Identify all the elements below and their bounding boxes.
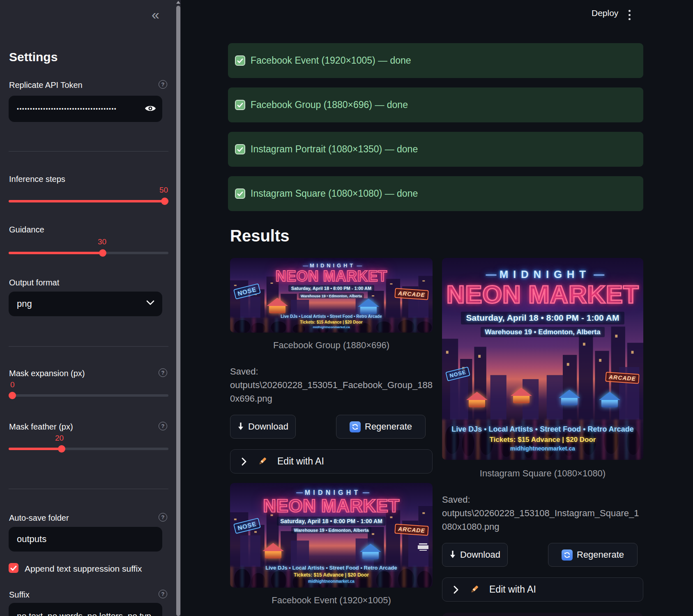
status-banner-text: Instagram Portrait (1080×1350) — done	[251, 144, 418, 155]
scroll-up-arrow-icon[interactable]	[176, 1, 180, 4]
output-format-value: png	[9, 299, 32, 309]
download-button[interactable]: Download	[442, 543, 508, 567]
card-actions: Download Regenerate	[442, 543, 643, 567]
results-column-right: NOSE ARCADE — MIDNIGHT — NEON MARKET Sat…	[442, 258, 643, 616]
regenerate-button[interactable]: Regenerate	[548, 543, 638, 567]
saved-path-value: outputs\20260228_153108_Instagram_Square…	[442, 508, 639, 532]
refresh-icon	[350, 421, 361, 432]
status-banner: Instagram Square (1080×1080) — done	[228, 176, 643, 211]
mask-feather-value: 20	[55, 434, 64, 443]
main-content: Deploy Facebook Event (1920×1005) — done…	[181, 0, 693, 616]
poster-text-top: — MIDNIGHT — NEON MARKET Saturday, April…	[230, 489, 433, 533]
saved-path-value: outputs\20260228_153051_Facebook_Group_1…	[230, 380, 433, 404]
market-tent-graphic	[559, 390, 580, 405]
image-caption: Facebook Event (1920×1005)	[230, 595, 433, 606]
refresh-icon	[562, 549, 573, 561]
results-heading: Results	[230, 227, 290, 245]
output-format-label: Output format	[9, 278, 59, 287]
download-arrow-icon	[237, 422, 244, 431]
api-token-label: Replicate API Token	[9, 80, 83, 90]
facebook-event-image[interactable]: NOSE ARCADE — MIDNIGHT — NEON MARKET Sat…	[230, 483, 433, 588]
append-suffix-checkbox[interactable]	[9, 563, 18, 573]
checkmark-icon	[235, 100, 245, 110]
download-arrow-icon	[449, 550, 456, 559]
poster-text-top: — MIDNIGHT — NEON MARKET Saturday, April…	[442, 268, 643, 338]
poster-text-top: — MIDNIGHT — NEON MARKET Saturday, April…	[230, 262, 433, 299]
market-tent-graphic	[511, 388, 532, 403]
poster-text-bottom: Live DJs • Local Artists • Street Food •…	[230, 565, 433, 584]
inference-steps-slider[interactable]	[9, 200, 168, 202]
sidebar-title: Settings	[9, 50, 58, 64]
guidance-value: 30	[98, 237, 106, 246]
mask-feather-help-icon[interactable]: ?	[159, 422, 167, 430]
status-banner: Instagram Portrait (1080×1350) — done	[228, 132, 643, 167]
sidebar-collapse-icon[interactable]: «	[152, 7, 159, 21]
kebab-menu-icon[interactable]	[629, 10, 631, 20]
suffix-field[interactable]: no text, no words, no letters, no typ	[9, 603, 162, 616]
mask-feather-slider-thumb[interactable]	[58, 445, 65, 453]
mask-expansion-slider-thumb[interactable]	[9, 392, 16, 399]
download-button[interactable]: Download	[230, 415, 296, 439]
image-caption: Instagram Square (1080×1080)	[442, 468, 643, 479]
status-banner-text: Facebook Event (1920×1005) — done	[251, 55, 411, 66]
results-column-left: NOSE ARCADE — MIDNIGHT — NEON MARKET Sat…	[230, 258, 433, 606]
market-tent-graphic	[466, 392, 488, 407]
api-token-field[interactable]: ••••••••••••••••••••••••••••••••••••••	[9, 96, 162, 122]
card-actions: Download Regenerate	[230, 415, 433, 439]
output-format-select[interactable]: png	[9, 292, 162, 316]
pencil-icon	[257, 456, 267, 467]
market-tent-graphic	[360, 544, 381, 559]
regenerate-button[interactable]: Regenerate	[336, 415, 426, 439]
status-banner: Facebook Event (1920×1005) — done	[228, 43, 643, 78]
guidance-slider[interactable]	[9, 252, 168, 254]
autosave-folder-field[interactable]: outputs	[9, 527, 162, 552]
inference-steps-value: 50	[159, 186, 168, 195]
market-tent-graphic	[267, 298, 288, 313]
deploy-button[interactable]: Deploy	[592, 8, 618, 18]
edit-with-ai-expander[interactable]: Edit with AI	[442, 577, 643, 602]
poster-text-bottom: Live DJs • Local Artists • Street Food •…	[442, 425, 643, 452]
suffix-label: Suffix	[9, 590, 30, 600]
settings-sidebar: « Settings Replicate API Token ? •••••••…	[0, 0, 181, 616]
sidebar-scrollbar[interactable]	[176, 0, 181, 616]
scrollbar-thumb[interactable]	[176, 6, 180, 616]
instagram-square-image[interactable]: NOSE ARCADE — MIDNIGHT — NEON MARKET Sat…	[442, 258, 643, 460]
mask-expansion-help-icon[interactable]: ?	[159, 368, 167, 377]
suffix-help-icon[interactable]: ?	[159, 590, 167, 598]
sidebar-divider	[9, 489, 168, 489]
facebook-group-image[interactable]: NOSE ARCADE — MIDNIGHT — NEON MARKET Sat…	[230, 258, 433, 333]
saved-path-text: Saved: outputs\20260228_153108_Instagram…	[442, 493, 643, 533]
guidance-slider-thumb[interactable]	[99, 249, 106, 257]
saved-path-text: Saved: outputs\20260228_153051_Facebook_…	[230, 365, 433, 405]
next-image-partial	[442, 613, 643, 616]
inference-steps-slider-thumb[interactable]	[161, 198, 168, 205]
image-caption: Facebook Group (1880×696)	[230, 340, 433, 351]
market-tent-graphic	[599, 392, 620, 407]
status-banner: Facebook Group (1880×696) — done	[228, 87, 643, 122]
status-banner-text: Facebook Group (1880×696) — done	[251, 99, 408, 110]
app-window: « Settings Replicate API Token ? •••••••…	[0, 0, 693, 616]
market-tent-graphic	[262, 543, 284, 559]
checkmark-icon	[235, 144, 245, 154]
api-token-help-icon[interactable]: ?	[159, 80, 167, 89]
mask-expansion-label: Mask expansion (px)	[9, 369, 85, 378]
autosave-folder-value: outputs	[9, 534, 46, 545]
mask-expansion-slider[interactable]	[9, 394, 168, 397]
show-password-eye-icon[interactable]	[144, 103, 157, 114]
checkmark-icon	[235, 188, 245, 199]
checkmark-icon	[235, 55, 245, 66]
api-token-masked-value: ••••••••••••••••••••••••••••••••••••••	[9, 106, 139, 112]
mask-expansion-value: 0	[10, 380, 15, 389]
autosave-folder-label: Auto-save folder	[9, 513, 69, 523]
poster-text-bottom: Live DJs • Local Artists • Street Food •…	[230, 314, 433, 329]
chevron-right-icon	[453, 585, 459, 594]
edit-with-ai-expander[interactable]: Edit with AI	[230, 449, 433, 473]
autosave-folder-help-icon[interactable]: ?	[159, 513, 167, 522]
watermark	[418, 543, 428, 552]
append-suffix-label[interactable]: Append text suppression suffix	[25, 564, 142, 574]
status-banner-text: Instagram Square (1080×1080) — done	[251, 188, 418, 199]
suffix-value: no text, no words, no letters, no typ	[17, 611, 151, 616]
mask-feather-slider[interactable]	[9, 448, 168, 450]
mask-feather-label: Mask feather (px)	[9, 422, 73, 432]
market-tent-graphic	[358, 299, 379, 314]
